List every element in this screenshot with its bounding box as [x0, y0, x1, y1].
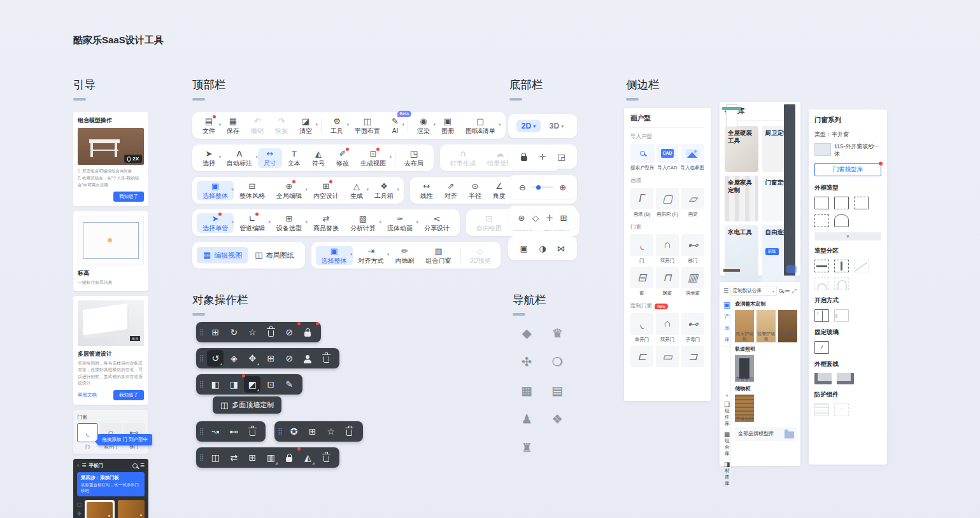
- shape-swatch[interactable]: [814, 214, 829, 227]
- shape-swatch[interactable]: [814, 197, 829, 209]
- shape-swatch[interactable]: [854, 260, 869, 272]
- topbar-item[interactable]: ◉ 渲染 ▾: [411, 116, 436, 136]
- panel-item[interactable]: ▭: [656, 346, 679, 374]
- zoom-slider[interactable]: [532, 186, 553, 188]
- drag-handle-icon[interactable]: ⣿: [278, 428, 282, 435]
- menu-icon[interactable]: ☰: [82, 463, 86, 468]
- catalog-product[interactable]: 查看全部: [735, 355, 754, 382]
- topbar-item[interactable]: ▧ 分析计算 ▾: [344, 213, 381, 233]
- topbar-item[interactable]: ◪ 清空 ▾: [294, 116, 318, 136]
- catalog-rail-library[interactable]: ▦ 组合库: [723, 429, 730, 459]
- panel-item[interactable]: ⊷ 移门: [681, 234, 704, 264]
- object-bar-button[interactable]: ⊞: [244, 449, 260, 466]
- topbar-item[interactable]: ▥ 组合门窗: [420, 246, 457, 265]
- drag-handle-icon[interactable]: ⣿: [199, 381, 204, 388]
- panel-item[interactable]: ▥ 落地窗: [681, 267, 704, 297]
- topbar-item[interactable]: ∩ 灯带生成: [444, 148, 481, 168]
- tools-icon[interactable]: ✣: [77, 511, 82, 517]
- object-bar-button[interactable]: [262, 324, 279, 340]
- catalog-rail-item[interactable]: [723, 379, 730, 384]
- object-bar-button[interactable]: ⇄: [225, 449, 242, 466]
- shape-swatch[interactable]: [837, 373, 854, 384]
- panel-item[interactable]: ∩ 双开门: [656, 313, 679, 343]
- topbar-item[interactable]: ➤ 选择 ▾: [197, 148, 221, 168]
- panel-item[interactable]: ◟ 单开门: [630, 313, 653, 343]
- shape-swatch[interactable]: [814, 341, 829, 354]
- topbar-item[interactable]: ↔ 尺寸: [258, 148, 282, 168]
- object-bar-button[interactable]: [318, 449, 334, 466]
- navbar-button[interactable]: ♛: [546, 323, 568, 342]
- topbar-item[interactable]: ⊙ 半径: [463, 181, 487, 200]
- topbar-item[interactable]: ⊞ 设备选型 ▾: [271, 213, 308, 233]
- zoom-out-button[interactable]: ⊖: [516, 181, 529, 193]
- topbar-item[interactable]: ◫ 平面布置: [349, 116, 386, 136]
- catalog-rail-item[interactable]: [723, 357, 730, 361]
- bottombar-button[interactable]: ✛: [543, 211, 556, 224]
- object-bar-button[interactable]: ⊞: [304, 423, 321, 440]
- all-brand-library-link[interactable]: 全部品牌模型库: [735, 427, 797, 441]
- view-3d-button[interactable]: 3D▾: [544, 120, 569, 132]
- object-bar-button[interactable]: ✪: [286, 423, 302, 440]
- zoom-slider-knob[interactable]: [536, 185, 541, 190]
- catalog-rail-item[interactable]: [723, 361, 730, 366]
- topbar-item[interactable]: ◫ 布局图纸: [248, 247, 300, 263]
- topbar-item[interactable]: ◳ 去布局: [399, 148, 429, 168]
- topbar-item[interactable]: ▦ 编辑视图: [197, 247, 248, 263]
- shape-swatch[interactable]: [834, 197, 849, 209]
- navbar-button[interactable]: ♜: [516, 438, 537, 457]
- list-icon[interactable]: ☰: [723, 288, 728, 294]
- topbar-item[interactable]: ⊞ 内空设计: [308, 181, 344, 200]
- catalog-product[interactable]: 查看全部: [735, 395, 754, 421]
- topbar-item[interactable]: ❖ 工具箱 ▾: [369, 181, 399, 200]
- navbar-button[interactable]: ✣: [516, 352, 537, 371]
- industry-card[interactable]: 全屋硬装工具: [725, 126, 758, 172]
- topbar-item[interactable]: ▣ 图册: [436, 116, 460, 136]
- panel-item[interactable]: ▱ 画梁: [681, 188, 704, 218]
- object-bar-button[interactable]: ◭: [299, 449, 316, 466]
- object-bar-button[interactable]: ⊷: [225, 423, 242, 440]
- topbar-item[interactable]: ⊡ 自由绘图: [471, 213, 508, 233]
- filter-icon[interactable]: ≔: [785, 288, 790, 294]
- bottombar-button[interactable]: ⊛: [515, 211, 528, 224]
- topbar-item[interactable]: T 文本: [282, 148, 306, 168]
- topbar-item[interactable]: ◇ 3D预览: [464, 246, 497, 265]
- got-it-button[interactable]: 我知道了: [113, 192, 144, 202]
- shape-swatch[interactable]: [814, 373, 832, 384]
- object-bar-button[interactable]: ↻: [225, 324, 242, 340]
- rail-collapse-caret[interactable]: ▼: [723, 393, 730, 399]
- shape-swatch[interactable]: [814, 403, 829, 416]
- panel-item[interactable]: ∩ 双开门: [656, 234, 679, 264]
- filter-icon[interactable]: ☰: [140, 463, 145, 468]
- search-icon[interactable]: [779, 289, 783, 293]
- navbar-button[interactable]: ▦: [516, 381, 537, 400]
- object-bar-button[interactable]: ✎: [281, 376, 297, 393]
- view-2d-button[interactable]: 2D▾: [516, 120, 541, 132]
- topbar-item[interactable]: ▢ 图纸&清单 ▾: [460, 116, 501, 136]
- navbar-button[interactable]: ▤: [546, 381, 568, 400]
- rail-product-library[interactable]: ▣ 产品库: [723, 299, 730, 347]
- topbar-item[interactable]: ∟ 管道编辑 ▾: [234, 213, 271, 233]
- topbar-item[interactable]: ▣ 选择整体 ▾: [197, 181, 234, 200]
- door-thumbnail[interactable]: 00-平板门: [85, 500, 115, 518]
- topbar-item[interactable]: ▣ 选择整体 ▾: [316, 246, 353, 265]
- shape-swatch[interactable]: [834, 277, 849, 290]
- bottombar-button[interactable]: [518, 150, 530, 163]
- topbar-item[interactable]: ⊕ 全局编辑 ▾: [271, 181, 308, 200]
- shape-swatch[interactable]: [834, 309, 849, 322]
- panel-item[interactable]: ⊐: [681, 346, 704, 374]
- navbar-button[interactable]: ◆: [516, 323, 537, 342]
- topbar-item[interactable]: ≈ 流体动画 ▾: [381, 213, 418, 233]
- panel-item[interactable]: ⊏: [630, 346, 653, 374]
- navbar-button[interactable]: ♟: [516, 409, 537, 428]
- topbar-item[interactable]: A 自动标注 ▾: [221, 148, 258, 168]
- bottombar-button[interactable]: ▣: [518, 242, 530, 255]
- object-bar-button[interactable]: [244, 423, 260, 440]
- object-bar-button[interactable]: ⊡: [262, 376, 279, 393]
- panel-item[interactable]: Γ 画墙 (B): [630, 188, 653, 218]
- bottombar-button[interactable]: ◲: [555, 150, 567, 163]
- shape-swatch[interactable]: [814, 260, 829, 272]
- bottombar-button[interactable]: ◑: [536, 242, 549, 255]
- object-bar-button[interactable]: ◈: [225, 350, 242, 367]
- bottombar-button[interactable]: ⋈: [555, 242, 567, 255]
- got-it-button[interactable]: 我知道了: [113, 390, 144, 400]
